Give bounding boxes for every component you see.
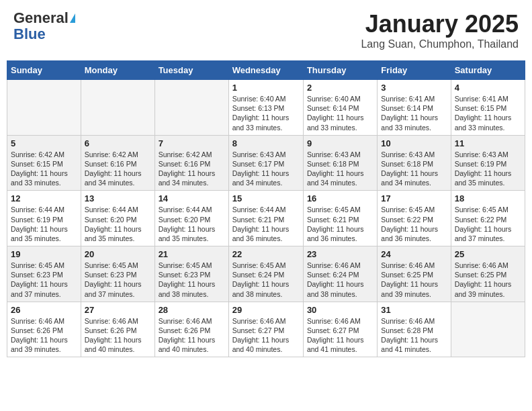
title-block: January 2025 Lang Suan, Chumphon, Thaila… xyxy=(361,10,519,50)
day-number: 17 xyxy=(381,193,447,203)
page-header: General Blue January 2025 Lang Suan, Chu… xyxy=(7,7,525,54)
day-info: Sunrise: 6:45 AM Sunset: 6:23 PM Dayligh… xyxy=(11,261,77,299)
calendar-week-row: 26Sunrise: 6:46 AM Sunset: 6:26 PM Dayli… xyxy=(7,302,525,357)
day-info: Sunrise: 6:46 AM Sunset: 6:26 PM Dayligh… xyxy=(159,316,225,355)
calendar-day-cell: 4Sunrise: 6:41 AM Sunset: 6:15 PM Daylig… xyxy=(451,80,525,136)
day-number: 7 xyxy=(159,138,225,148)
day-number: 22 xyxy=(232,249,300,259)
day-number: 14 xyxy=(159,193,225,203)
day-number: 21 xyxy=(159,249,225,259)
day-info: Sunrise: 6:46 AM Sunset: 6:27 PM Dayligh… xyxy=(307,316,373,355)
weekday-header-wednesday: Wednesday xyxy=(228,61,303,80)
day-number: 11 xyxy=(455,138,521,148)
calendar-day-cell: 28Sunrise: 6:46 AM Sunset: 6:26 PM Dayli… xyxy=(154,302,228,357)
calendar-day-cell: 23Sunrise: 6:46 AM Sunset: 6:24 PM Dayli… xyxy=(303,246,377,302)
calendar-day-cell: 12Sunrise: 6:44 AM Sunset: 6:19 PM Dayli… xyxy=(7,191,81,246)
day-info: Sunrise: 6:45 AM Sunset: 6:24 PM Dayligh… xyxy=(232,261,300,299)
calendar-week-row: 12Sunrise: 6:44 AM Sunset: 6:19 PM Dayli… xyxy=(7,191,525,246)
day-number: 8 xyxy=(232,138,300,148)
day-number: 1 xyxy=(232,83,300,93)
calendar-day-cell: 14Sunrise: 6:44 AM Sunset: 6:20 PM Dayli… xyxy=(154,191,228,246)
day-number: 31 xyxy=(381,305,447,315)
calendar-day-cell: 20Sunrise: 6:45 AM Sunset: 6:23 PM Dayli… xyxy=(81,246,154,302)
calendar-day-cell: 1Sunrise: 6:40 AM Sunset: 6:13 PM Daylig… xyxy=(228,80,303,136)
day-number: 4 xyxy=(455,83,521,93)
day-info: Sunrise: 6:44 AM Sunset: 6:20 PM Dayligh… xyxy=(85,205,151,243)
calendar-day-cell: 11Sunrise: 6:43 AM Sunset: 6:19 PM Dayli… xyxy=(451,135,525,191)
calendar-day-cell: 19Sunrise: 6:45 AM Sunset: 6:23 PM Dayli… xyxy=(7,246,81,302)
day-number: 25 xyxy=(455,249,521,259)
calendar-day-cell: 8Sunrise: 6:43 AM Sunset: 6:17 PM Daylig… xyxy=(228,135,303,191)
day-number: 2 xyxy=(307,83,373,93)
calendar-day-cell: 17Sunrise: 6:45 AM Sunset: 6:22 PM Dayli… xyxy=(378,191,451,246)
weekday-header-saturday: Saturday xyxy=(451,61,525,80)
calendar-day-cell: 21Sunrise: 6:45 AM Sunset: 6:23 PM Dayli… xyxy=(154,246,228,302)
day-info: Sunrise: 6:42 AM Sunset: 6:16 PM Dayligh… xyxy=(85,150,151,188)
day-number: 24 xyxy=(381,249,447,259)
day-number: 5 xyxy=(11,138,77,148)
day-info: Sunrise: 6:43 AM Sunset: 6:17 PM Dayligh… xyxy=(232,150,300,188)
weekday-header-row: SundayMondayTuesdayWednesdayThursdayFrid… xyxy=(7,61,525,80)
calendar-day-cell xyxy=(7,80,81,136)
calendar-day-cell: 15Sunrise: 6:44 AM Sunset: 6:21 PM Dayli… xyxy=(228,191,303,246)
day-info: Sunrise: 6:45 AM Sunset: 6:22 PM Dayligh… xyxy=(455,205,521,243)
day-info: Sunrise: 6:46 AM Sunset: 6:27 PM Dayligh… xyxy=(232,316,300,355)
day-number: 16 xyxy=(307,193,373,203)
day-number: 10 xyxy=(381,138,447,148)
day-info: Sunrise: 6:45 AM Sunset: 6:23 PM Dayligh… xyxy=(85,261,151,299)
day-info: Sunrise: 6:45 AM Sunset: 6:23 PM Dayligh… xyxy=(159,261,225,299)
day-info: Sunrise: 6:46 AM Sunset: 6:25 PM Dayligh… xyxy=(381,261,447,299)
calendar-day-cell xyxy=(81,80,154,136)
calendar-day-cell: 2Sunrise: 6:40 AM Sunset: 6:14 PM Daylig… xyxy=(303,80,377,136)
day-info: Sunrise: 6:43 AM Sunset: 6:19 PM Dayligh… xyxy=(455,150,521,188)
logo-general-text: General xyxy=(13,10,69,26)
calendar-week-row: 5Sunrise: 6:42 AM Sunset: 6:15 PM Daylig… xyxy=(7,135,525,191)
day-number: 19 xyxy=(11,249,77,259)
location-title: Lang Suan, Chumphon, Thailand xyxy=(361,38,519,50)
day-number: 13 xyxy=(85,193,151,203)
day-info: Sunrise: 6:46 AM Sunset: 6:28 PM Dayligh… xyxy=(381,316,447,355)
day-number: 6 xyxy=(85,138,151,148)
day-info: Sunrise: 6:45 AM Sunset: 6:22 PM Dayligh… xyxy=(381,205,447,243)
day-info: Sunrise: 6:46 AM Sunset: 6:26 PM Dayligh… xyxy=(85,316,151,355)
day-number: 3 xyxy=(381,83,447,93)
calendar-day-cell: 10Sunrise: 6:43 AM Sunset: 6:18 PM Dayli… xyxy=(378,135,451,191)
day-info: Sunrise: 6:46 AM Sunset: 6:25 PM Dayligh… xyxy=(455,261,521,299)
day-info: Sunrise: 6:45 AM Sunset: 6:21 PM Dayligh… xyxy=(307,205,373,243)
calendar-day-cell xyxy=(154,80,228,136)
calendar-day-cell: 3Sunrise: 6:41 AM Sunset: 6:14 PM Daylig… xyxy=(378,80,451,136)
day-info: Sunrise: 6:42 AM Sunset: 6:16 PM Dayligh… xyxy=(159,150,225,188)
day-number: 23 xyxy=(307,249,373,259)
day-info: Sunrise: 6:41 AM Sunset: 6:15 PM Dayligh… xyxy=(455,94,521,132)
day-number: 15 xyxy=(232,193,300,203)
calendar-day-cell: 25Sunrise: 6:46 AM Sunset: 6:25 PM Dayli… xyxy=(451,246,525,302)
calendar-day-cell: 27Sunrise: 6:46 AM Sunset: 6:26 PM Dayli… xyxy=(81,302,154,357)
calendar-day-cell: 13Sunrise: 6:44 AM Sunset: 6:20 PM Dayli… xyxy=(81,191,154,246)
day-info: Sunrise: 6:42 AM Sunset: 6:15 PM Dayligh… xyxy=(11,150,77,188)
calendar-day-cell: 29Sunrise: 6:46 AM Sunset: 6:27 PM Dayli… xyxy=(228,302,303,357)
weekday-header-sunday: Sunday xyxy=(7,61,81,80)
calendar-day-cell: 6Sunrise: 6:42 AM Sunset: 6:16 PM Daylig… xyxy=(81,135,154,191)
calendar-week-row: 1Sunrise: 6:40 AM Sunset: 6:13 PM Daylig… xyxy=(7,80,525,136)
day-info: Sunrise: 6:44 AM Sunset: 6:20 PM Dayligh… xyxy=(159,205,225,243)
calendar-day-cell: 5Sunrise: 6:42 AM Sunset: 6:15 PM Daylig… xyxy=(7,135,81,191)
day-number: 28 xyxy=(159,305,225,315)
month-title: January 2025 xyxy=(361,10,519,38)
calendar-day-cell: 24Sunrise: 6:46 AM Sunset: 6:25 PM Dayli… xyxy=(378,246,451,302)
calendar-week-row: 19Sunrise: 6:45 AM Sunset: 6:23 PM Dayli… xyxy=(7,246,525,302)
calendar-day-cell xyxy=(451,302,525,357)
day-number: 27 xyxy=(85,305,151,315)
calendar-table: SundayMondayTuesdayWednesdayThursdayFrid… xyxy=(7,60,525,357)
calendar-day-cell: 18Sunrise: 6:45 AM Sunset: 6:22 PM Dayli… xyxy=(451,191,525,246)
day-info: Sunrise: 6:40 AM Sunset: 6:13 PM Dayligh… xyxy=(232,94,300,132)
logo-blue-text: Blue xyxy=(13,26,46,42)
day-info: Sunrise: 6:41 AM Sunset: 6:14 PM Dayligh… xyxy=(381,94,447,132)
calendar-day-cell: 16Sunrise: 6:45 AM Sunset: 6:21 PM Dayli… xyxy=(303,191,377,246)
day-number: 18 xyxy=(455,193,521,203)
logo-triangle-icon xyxy=(70,13,75,23)
day-number: 12 xyxy=(11,193,77,203)
day-info: Sunrise: 6:43 AM Sunset: 6:18 PM Dayligh… xyxy=(307,150,373,188)
day-info: Sunrise: 6:46 AM Sunset: 6:26 PM Dayligh… xyxy=(11,316,77,355)
day-number: 9 xyxy=(307,138,373,148)
weekday-header-tuesday: Tuesday xyxy=(154,61,228,80)
